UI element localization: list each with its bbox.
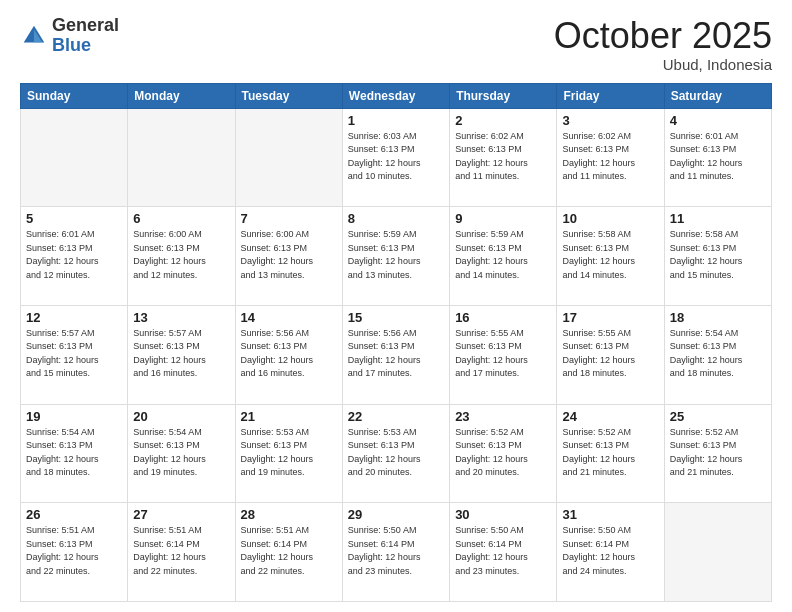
day-cell: 8Sunrise: 5:59 AM Sunset: 6:13 PM Daylig… [342,207,449,306]
day-cell: 14Sunrise: 5:56 AM Sunset: 6:13 PM Dayli… [235,305,342,404]
col-friday: Friday [557,83,664,108]
day-info: Sunrise: 5:58 AM Sunset: 6:13 PM Dayligh… [670,228,766,282]
day-number: 30 [455,507,551,522]
day-number: 29 [348,507,444,522]
day-cell: 26Sunrise: 5:51 AM Sunset: 6:13 PM Dayli… [21,503,128,602]
week-row-2: 5Sunrise: 6:01 AM Sunset: 6:13 PM Daylig… [21,207,772,306]
day-cell: 18Sunrise: 5:54 AM Sunset: 6:13 PM Dayli… [664,305,771,404]
day-info: Sunrise: 5:51 AM Sunset: 6:14 PM Dayligh… [133,524,229,578]
day-cell: 6Sunrise: 6:00 AM Sunset: 6:13 PM Daylig… [128,207,235,306]
day-info: Sunrise: 6:02 AM Sunset: 6:13 PM Dayligh… [455,130,551,184]
day-info: Sunrise: 6:01 AM Sunset: 6:13 PM Dayligh… [670,130,766,184]
day-number: 21 [241,409,337,424]
day-number: 1 [348,113,444,128]
day-number: 19 [26,409,122,424]
day-info: Sunrise: 6:03 AM Sunset: 6:13 PM Dayligh… [348,130,444,184]
col-thursday: Thursday [450,83,557,108]
day-cell: 31Sunrise: 5:50 AM Sunset: 6:14 PM Dayli… [557,503,664,602]
week-row-5: 26Sunrise: 5:51 AM Sunset: 6:13 PM Dayli… [21,503,772,602]
day-cell: 5Sunrise: 6:01 AM Sunset: 6:13 PM Daylig… [21,207,128,306]
col-monday: Monday [128,83,235,108]
header: General Blue October 2025 Ubud, Indonesi… [20,16,772,73]
day-info: Sunrise: 5:59 AM Sunset: 6:13 PM Dayligh… [348,228,444,282]
day-number: 20 [133,409,229,424]
day-cell: 13Sunrise: 5:57 AM Sunset: 6:13 PM Dayli… [128,305,235,404]
day-cell: 24Sunrise: 5:52 AM Sunset: 6:13 PM Dayli… [557,404,664,503]
day-cell [128,108,235,207]
day-number: 8 [348,211,444,226]
day-number: 6 [133,211,229,226]
day-number: 24 [562,409,658,424]
day-number: 13 [133,310,229,325]
day-info: Sunrise: 5:50 AM Sunset: 6:14 PM Dayligh… [562,524,658,578]
day-cell: 25Sunrise: 5:52 AM Sunset: 6:13 PM Dayli… [664,404,771,503]
day-info: Sunrise: 5:53 AM Sunset: 6:13 PM Dayligh… [348,426,444,480]
logo-text: General Blue [52,16,119,56]
day-number: 5 [26,211,122,226]
day-number: 23 [455,409,551,424]
day-info: Sunrise: 5:50 AM Sunset: 6:14 PM Dayligh… [348,524,444,578]
day-cell [21,108,128,207]
day-number: 31 [562,507,658,522]
day-info: Sunrise: 5:55 AM Sunset: 6:13 PM Dayligh… [455,327,551,381]
day-cell: 12Sunrise: 5:57 AM Sunset: 6:13 PM Dayli… [21,305,128,404]
day-info: Sunrise: 5:55 AM Sunset: 6:13 PM Dayligh… [562,327,658,381]
day-number: 26 [26,507,122,522]
day-number: 28 [241,507,337,522]
day-info: Sunrise: 5:50 AM Sunset: 6:14 PM Dayligh… [455,524,551,578]
day-cell: 16Sunrise: 5:55 AM Sunset: 6:13 PM Dayli… [450,305,557,404]
day-cell: 15Sunrise: 5:56 AM Sunset: 6:13 PM Dayli… [342,305,449,404]
day-info: Sunrise: 5:58 AM Sunset: 6:13 PM Dayligh… [562,228,658,282]
day-info: Sunrise: 5:51 AM Sunset: 6:14 PM Dayligh… [241,524,337,578]
day-info: Sunrise: 5:56 AM Sunset: 6:13 PM Dayligh… [348,327,444,381]
day-info: Sunrise: 5:52 AM Sunset: 6:13 PM Dayligh… [562,426,658,480]
day-cell: 11Sunrise: 5:58 AM Sunset: 6:13 PM Dayli… [664,207,771,306]
day-info: Sunrise: 5:56 AM Sunset: 6:13 PM Dayligh… [241,327,337,381]
day-info: Sunrise: 5:54 AM Sunset: 6:13 PM Dayligh… [670,327,766,381]
col-saturday: Saturday [664,83,771,108]
day-cell: 2Sunrise: 6:02 AM Sunset: 6:13 PM Daylig… [450,108,557,207]
day-number: 7 [241,211,337,226]
day-cell [235,108,342,207]
week-row-3: 12Sunrise: 5:57 AM Sunset: 6:13 PM Dayli… [21,305,772,404]
day-cell: 22Sunrise: 5:53 AM Sunset: 6:13 PM Dayli… [342,404,449,503]
day-number: 12 [26,310,122,325]
calendar-header-row: Sunday Monday Tuesday Wednesday Thursday… [21,83,772,108]
day-cell: 4Sunrise: 6:01 AM Sunset: 6:13 PM Daylig… [664,108,771,207]
day-number: 9 [455,211,551,226]
day-number: 27 [133,507,229,522]
page: General Blue October 2025 Ubud, Indonesi… [0,0,792,612]
logo-general-text: General [52,15,119,35]
logo-icon [20,22,48,50]
day-info: Sunrise: 5:53 AM Sunset: 6:13 PM Dayligh… [241,426,337,480]
day-cell: 29Sunrise: 5:50 AM Sunset: 6:14 PM Dayli… [342,503,449,602]
day-cell: 20Sunrise: 5:54 AM Sunset: 6:13 PM Dayli… [128,404,235,503]
day-number: 14 [241,310,337,325]
location-subtitle: Ubud, Indonesia [554,56,772,73]
day-cell: 28Sunrise: 5:51 AM Sunset: 6:14 PM Dayli… [235,503,342,602]
day-cell: 30Sunrise: 5:50 AM Sunset: 6:14 PM Dayli… [450,503,557,602]
day-info: Sunrise: 5:59 AM Sunset: 6:13 PM Dayligh… [455,228,551,282]
day-cell: 10Sunrise: 5:58 AM Sunset: 6:13 PM Dayli… [557,207,664,306]
day-cell: 21Sunrise: 5:53 AM Sunset: 6:13 PM Dayli… [235,404,342,503]
day-info: Sunrise: 5:57 AM Sunset: 6:13 PM Dayligh… [26,327,122,381]
day-number: 22 [348,409,444,424]
day-number: 2 [455,113,551,128]
day-info: Sunrise: 5:52 AM Sunset: 6:13 PM Dayligh… [670,426,766,480]
week-row-4: 19Sunrise: 5:54 AM Sunset: 6:13 PM Dayli… [21,404,772,503]
month-title: October 2025 [554,16,772,56]
col-tuesday: Tuesday [235,83,342,108]
day-cell [664,503,771,602]
day-info: Sunrise: 5:52 AM Sunset: 6:13 PM Dayligh… [455,426,551,480]
col-sunday: Sunday [21,83,128,108]
day-number: 16 [455,310,551,325]
day-cell: 19Sunrise: 5:54 AM Sunset: 6:13 PM Dayli… [21,404,128,503]
day-info: Sunrise: 5:51 AM Sunset: 6:13 PM Dayligh… [26,524,122,578]
day-number: 18 [670,310,766,325]
day-cell: 9Sunrise: 5:59 AM Sunset: 6:13 PM Daylig… [450,207,557,306]
day-info: Sunrise: 6:02 AM Sunset: 6:13 PM Dayligh… [562,130,658,184]
day-number: 25 [670,409,766,424]
day-info: Sunrise: 6:00 AM Sunset: 6:13 PM Dayligh… [241,228,337,282]
day-number: 3 [562,113,658,128]
logo-blue-text: Blue [52,35,91,55]
